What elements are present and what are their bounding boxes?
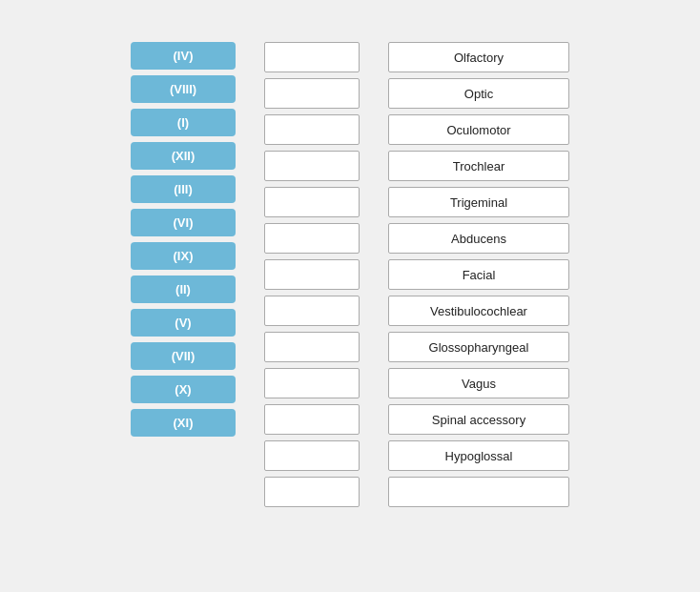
answer-box-3[interactable] <box>264 114 360 145</box>
nerve-label-4: Trochlear <box>388 151 569 181</box>
nerve-label-1: Olfactory <box>388 42 569 72</box>
btn-iv-button[interactable]: (IV) <box>131 42 236 70</box>
nerve-label-10: Vagus <box>388 368 569 398</box>
nerve-label-11: Spinal accessory <box>388 404 569 435</box>
nerve-label-2: Optic <box>388 78 569 109</box>
answer-box-13[interactable] <box>264 477 360 507</box>
nerve-label-8: Vestibulocochlear <box>388 296 569 326</box>
nerve-label-9: Glossopharyngeal <box>388 332 569 362</box>
right-column: OlfactoryOpticOculomotorTrochlearTrigemi… <box>388 42 569 507</box>
btn-ix-button[interactable]: (IX) <box>131 242 236 270</box>
btn-vii-button[interactable]: (VII) <box>131 342 236 370</box>
nerve-label-5: Trigeminal <box>388 187 569 217</box>
answer-box-5[interactable] <box>264 187 360 217</box>
btn-vi-button[interactable]: (VI) <box>131 209 236 236</box>
answer-box-10[interactable] <box>264 368 360 398</box>
answer-box-12[interactable] <box>264 440 360 471</box>
nerve-label-12: Hypoglossal <box>388 440 569 471</box>
btn-v-button[interactable]: (V) <box>131 309 236 337</box>
left-column: (IV)(VIII)(I)(XII)(III)(VI)(IX)(II)(V)(V… <box>131 42 236 437</box>
answer-box-4[interactable] <box>264 151 360 181</box>
answer-box-8[interactable] <box>264 296 360 326</box>
btn-xi-button[interactable]: (XI) <box>131 409 236 437</box>
nerve-label-extra <box>388 477 569 507</box>
btn-iii-button[interactable]: (III) <box>131 175 236 203</box>
nerve-label-3: Oculomotor <box>388 114 569 145</box>
nerve-label-7: Facial <box>388 259 569 290</box>
answer-box-1[interactable] <box>264 42 360 72</box>
btn-xii-button[interactable]: (XII) <box>131 142 236 170</box>
answer-box-7[interactable] <box>264 259 360 290</box>
btn-i-button[interactable]: (I) <box>131 109 236 136</box>
btn-x-button[interactable]: (X) <box>131 376 236 403</box>
answer-box-9[interactable] <box>264 332 360 362</box>
matching-layout: (IV)(VIII)(I)(XII)(III)(VI)(IX)(II)(V)(V… <box>29 42 671 507</box>
middle-column <box>264 42 360 507</box>
answer-box-11[interactable] <box>264 404 360 435</box>
nerve-label-6: Abducens <box>388 223 569 254</box>
btn-ii-button[interactable]: (II) <box>131 276 236 303</box>
btn-viii-button[interactable]: (VIII) <box>131 75 236 103</box>
answer-box-2[interactable] <box>264 78 360 109</box>
answer-box-6[interactable] <box>264 223 360 254</box>
